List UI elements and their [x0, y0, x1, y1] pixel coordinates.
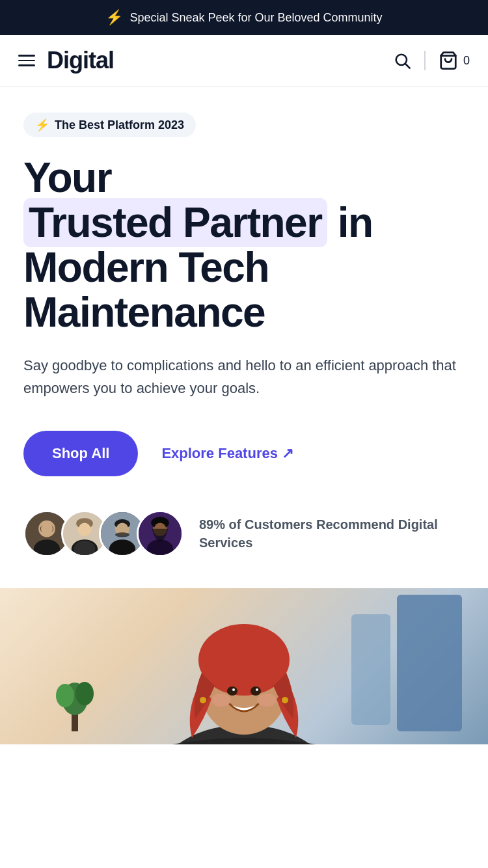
cta-row: Shop All Explore Features ↗ [23, 431, 465, 476]
svg-point-27 [56, 684, 74, 707]
navigation: Digital 0 [0, 35, 488, 87]
main-content: ⚡ The Best Platform 2023 Your Trusted Pa… [0, 87, 488, 557]
svg-point-12 [79, 522, 90, 534]
cart-count: 0 [463, 54, 470, 68]
banner-bolt-icon: ⚡ [105, 9, 123, 26]
logo: Digital [47, 47, 114, 74]
plant-decoration [52, 666, 98, 731]
backdrop-rect-1 [397, 595, 462, 731]
avatar [137, 510, 183, 557]
top-banner: ⚡ Special Sneak Peek for Our Beloved Com… [0, 0, 488, 35]
svg-point-39 [200, 697, 206, 703]
headline-highlighted: Trusted Partner [23, 198, 327, 247]
headline-line3: Modern Tech [23, 244, 269, 291]
nav-left: Digital [18, 47, 114, 74]
hero-person [120, 595, 368, 744]
social-proof-text: 89% of Customers Recommend Digital Servi… [199, 515, 465, 552]
badge-text: The Best Platform 2023 [55, 118, 184, 132]
search-icon[interactable] [393, 51, 411, 70]
svg-point-40 [282, 697, 288, 703]
svg-point-35 [232, 688, 235, 691]
hamburger-menu[interactable] [18, 55, 35, 66]
svg-point-36 [256, 688, 258, 691]
nav-right: 0 [393, 51, 470, 70]
hero-subtext: Say goodbye to complications and hello t… [23, 355, 465, 399]
svg-line-1 [406, 64, 410, 68]
svg-point-19 [115, 532, 129, 537]
social-proof: 89% of Customers Recommend Digital Servi… [23, 510, 465, 557]
svg-point-7 [41, 522, 53, 534]
headline-in: in [327, 199, 373, 246]
svg-point-38 [257, 694, 277, 707]
explore-arrow-icon: ↗ [282, 445, 293, 462]
svg-point-33 [227, 686, 237, 696]
shop-all-button[interactable]: Shop All [23, 431, 138, 476]
cart-icon [439, 51, 458, 70]
nav-divider [424, 51, 426, 70]
explore-features-button[interactable]: Explore Features ↗ [161, 445, 293, 462]
badge-bolt-icon: ⚡ [35, 118, 49, 132]
cart-button[interactable]: 0 [439, 51, 470, 70]
svg-point-28 [75, 682, 94, 705]
hero-headline: Your Trusted Partner in Modern Tech Main… [23, 156, 465, 335]
headline-line1: Your [23, 154, 111, 201]
explore-label: Explore Features [161, 445, 278, 462]
hero-image-section [0, 588, 488, 744]
banner-text: Special Sneak Peek for Our Beloved Commu… [129, 11, 382, 25]
avatar-group [23, 510, 183, 557]
platform-badge: ⚡ The Best Platform 2023 [23, 113, 196, 137]
svg-point-34 [251, 686, 261, 696]
svg-point-37 [211, 694, 231, 707]
headline-line4: Maintenance [23, 289, 265, 336]
